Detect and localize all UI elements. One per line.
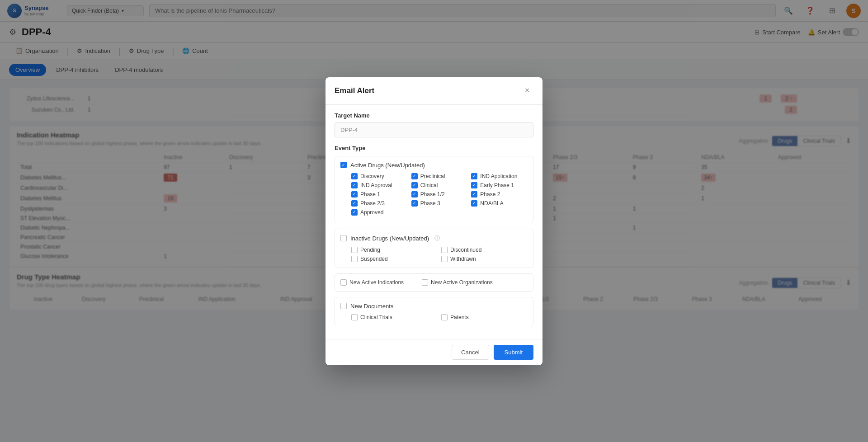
withdrawn-label: Withdrawn xyxy=(450,256,476,262)
option-phase3: Phase 3 xyxy=(411,200,468,207)
new-active-indications-label: New Active Indications xyxy=(349,279,404,286)
active-drugs-checkbox[interactable] xyxy=(340,162,347,168)
new-active-organizations-checkbox[interactable] xyxy=(422,279,428,286)
option-early-phase1: Early Phase 1 xyxy=(471,182,528,188)
ind-app-label: IND Application xyxy=(480,173,517,179)
new-active-indications-row: New Active Indications xyxy=(340,279,404,286)
target-name-label: Target Name xyxy=(335,112,533,119)
inactive-drugs-section: Inactive Drugs (New/Updated) ⓘ Pending D… xyxy=(335,229,533,268)
modal-body: Target Name Event Type Active Drugs (New… xyxy=(326,105,542,339)
phase2-checkbox[interactable] xyxy=(471,191,477,197)
suspended-checkbox[interactable] xyxy=(351,256,358,262)
option-discovery: Discovery xyxy=(351,173,408,179)
active-drugs-options-grid: Discovery Preclinical IND Application xyxy=(340,173,528,216)
modal-footer: Cancel Submit xyxy=(326,339,542,365)
option-phase1: Phase 1 xyxy=(351,191,408,197)
preclinical-checkbox[interactable] xyxy=(411,173,418,179)
option-phase23: Phase 2/3 xyxy=(351,200,408,207)
patents-label: Patents xyxy=(450,314,469,320)
new-active-organizations-row: New Active Organizations xyxy=(422,279,493,286)
active-drugs-section: Active Drugs (New/Updated) Discovery Pre… xyxy=(335,156,533,223)
inactive-drugs-info-icon: ⓘ xyxy=(434,235,440,242)
inactive-drugs-options-grid: Pending Discontinued Suspended With xyxy=(340,247,528,262)
modal-header: Email Alert × xyxy=(326,80,542,105)
phase12-label: Phase 1/2 xyxy=(420,191,445,197)
option-suspended: Suspended xyxy=(351,256,438,262)
modal-overlay: Email Alert × Target Name Event Type Act… xyxy=(0,80,868,442)
clinical-trials-label: Clinical Trials xyxy=(360,314,392,320)
phase3-label: Phase 3 xyxy=(420,200,440,207)
event-type-label: Event Type xyxy=(335,145,533,151)
ind-approval-checkbox[interactable] xyxy=(351,182,358,188)
early-phase1-label: Early Phase 1 xyxy=(480,182,514,188)
option-ind-approval: IND Approval xyxy=(351,182,408,188)
option-ind-application: IND Application xyxy=(471,173,528,179)
pending-checkbox[interactable] xyxy=(351,247,358,253)
clinical-trials-checkbox[interactable] xyxy=(351,314,358,320)
option-approved: Approved xyxy=(351,209,408,216)
ind-app-checkbox[interactable] xyxy=(471,173,477,179)
new-documents-section: New Documents Clinical Trials Patents xyxy=(335,297,533,326)
active-drugs-label: Active Drugs (New/Updated) xyxy=(350,162,425,169)
email-alert-modal: Email Alert × Target Name Event Type Act… xyxy=(326,80,542,365)
inactive-drugs-label: Inactive Drugs (New/Updated) xyxy=(350,235,429,242)
modal-title: Email Alert xyxy=(335,86,374,95)
new-documents-label: New Documents xyxy=(350,303,393,310)
preclinical-label: Preclinical xyxy=(420,173,445,179)
option-pending: Pending xyxy=(351,247,438,253)
modal-close-button[interactable]: × xyxy=(521,85,533,97)
phase1-checkbox[interactable] xyxy=(351,191,358,197)
option-withdrawn: Withdrawn xyxy=(441,256,528,262)
inactive-drugs-header: Inactive Drugs (New/Updated) ⓘ xyxy=(340,235,528,242)
discontinued-label: Discontinued xyxy=(450,247,481,253)
inactive-drugs-checkbox[interactable] xyxy=(340,235,347,241)
new-active-organizations-label: New Active Organizations xyxy=(431,279,493,286)
option-patents: Patents xyxy=(441,314,528,320)
cancel-button[interactable]: Cancel xyxy=(452,345,489,360)
submit-button[interactable]: Submit xyxy=(494,345,533,360)
main-content: Zydus Lifescience... 1 1 2 ↑ Suzuken Co.… xyxy=(0,80,868,442)
discontinued-checkbox[interactable] xyxy=(441,247,448,253)
new-documents-options: Clinical Trials Patents xyxy=(340,314,528,320)
phase23-checkbox[interactable] xyxy=(351,200,358,207)
option-clinical-trials: Clinical Trials xyxy=(351,314,438,320)
early-phase1-checkbox[interactable] xyxy=(471,182,477,188)
clinical-checkbox[interactable] xyxy=(411,182,418,188)
approved-label: Approved xyxy=(360,209,383,216)
target-name-input[interactable] xyxy=(335,122,533,137)
withdrawn-checkbox[interactable] xyxy=(441,256,448,262)
new-active-section: New Active Indications New Active Organi… xyxy=(335,273,533,292)
discovery-checkbox[interactable] xyxy=(351,173,358,179)
suspended-label: Suspended xyxy=(360,256,388,262)
phase3-checkbox[interactable] xyxy=(411,200,418,207)
option-phase12: Phase 1/2 xyxy=(411,191,468,197)
phase1-label: Phase 1 xyxy=(360,191,380,197)
option-clinical: Clinical xyxy=(411,182,468,188)
nda-checkbox[interactable] xyxy=(471,200,477,207)
option-nda: NDA/BLA xyxy=(471,200,528,207)
discovery-label: Discovery xyxy=(360,173,384,179)
approved-checkbox[interactable] xyxy=(351,209,358,216)
active-drugs-header: Active Drugs (New/Updated) xyxy=(340,162,528,169)
patents-checkbox[interactable] xyxy=(441,314,448,320)
option-preclinical: Preclinical xyxy=(411,173,468,179)
phase2-label: Phase 2 xyxy=(480,191,500,197)
ind-approval-label: IND Approval xyxy=(360,182,392,188)
clinical-label: Clinical xyxy=(420,182,438,188)
new-documents-header: New Documents xyxy=(340,303,528,310)
nda-label: NDA/BLA xyxy=(480,200,503,207)
phase23-label: Phase 2/3 xyxy=(360,200,385,207)
option-discontinued: Discontinued xyxy=(441,247,528,253)
option-phase2: Phase 2 xyxy=(471,191,528,197)
new-active-indications-checkbox[interactable] xyxy=(340,279,347,286)
pending-label: Pending xyxy=(360,247,380,253)
new-documents-checkbox[interactable] xyxy=(340,303,347,309)
phase12-checkbox[interactable] xyxy=(411,191,418,197)
